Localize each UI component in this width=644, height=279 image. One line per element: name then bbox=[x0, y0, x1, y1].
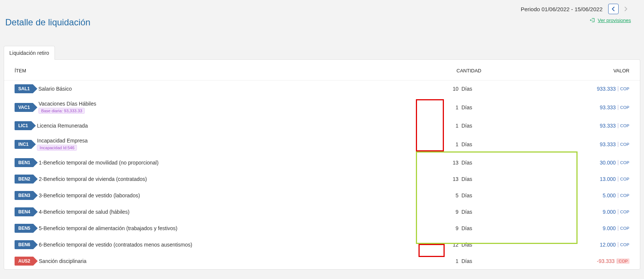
item-code-tag: SAL1 bbox=[15, 84, 33, 93]
qty-cell: 1Días bbox=[417, 123, 506, 129]
item-label: Sanción disciplinaria bbox=[39, 258, 87, 264]
table-row: BEN11-Beneficio temporal de movilidad (n… bbox=[4, 154, 640, 171]
value-amount: 13.000 bbox=[600, 176, 616, 182]
next-period-button[interactable] bbox=[620, 4, 631, 14]
item-text: Licencia Remunerada bbox=[37, 123, 88, 129]
item-label: 6-Beneficio temporal de vestido (contrat… bbox=[39, 242, 192, 248]
provisions-link-label: Ver provisiones bbox=[598, 18, 631, 23]
qty-unit: Días bbox=[461, 176, 472, 182]
item-code-tag: BEN6 bbox=[15, 240, 33, 249]
value-amount: 12.000 bbox=[600, 242, 616, 248]
item-cell: BEN22-Beneficio temporal de vivienda (co… bbox=[15, 175, 417, 184]
table-row: SAL1Salario Básico10Días933.333COP bbox=[4, 81, 640, 97]
value-cell: 93.333COP bbox=[506, 141, 629, 147]
qty-value: 13 bbox=[450, 160, 458, 166]
currency-badge: COP bbox=[618, 105, 629, 110]
currency-badge: COP bbox=[618, 242, 629, 247]
table-row: BEN33-Beneficio temporal de vestido (lab… bbox=[4, 187, 640, 204]
item-code-tag: LIC1 bbox=[15, 121, 31, 130]
item-text: 6-Beneficio temporal de vestido (contrat… bbox=[39, 242, 192, 248]
value-amount: 93.333 bbox=[600, 141, 616, 147]
qty-value: 1 bbox=[450, 123, 458, 129]
liquidation-panel: ÍTEM CANTIDAD VALOR SAL1Salario Básico10… bbox=[4, 59, 640, 270]
value-amount: 30.000 bbox=[600, 160, 616, 166]
table-row: BEN44-Beneficio temporal de salud (hábil… bbox=[4, 204, 640, 220]
value-cell: 93.333COP bbox=[506, 123, 629, 129]
qty-unit: Días bbox=[461, 160, 472, 166]
item-cell: BEN44-Beneficio temporal de salud (hábil… bbox=[15, 207, 417, 216]
qty-unit: Días bbox=[461, 192, 472, 198]
value-cell: 9.000COP bbox=[506, 225, 629, 231]
table-row: AUS2Sanción disciplinaria1Días-93.333COP bbox=[4, 253, 640, 269]
item-cell: LIC1Licencia Remunerada bbox=[15, 121, 417, 130]
table-row: LIC1Licencia Remunerada1Días93.333COP bbox=[4, 117, 640, 134]
item-code-tag: BEN4 bbox=[15, 207, 33, 216]
qty-unit: Días bbox=[461, 86, 472, 92]
currency-badge: COP bbox=[618, 160, 629, 165]
currency-badge: COP bbox=[618, 123, 629, 128]
qty-cell: 5Días bbox=[417, 192, 506, 198]
item-code-tag: BEN1 bbox=[15, 158, 33, 167]
provisions-link[interactable]: Ver provisiones bbox=[589, 17, 631, 23]
col-header-val: VALOR bbox=[506, 68, 629, 73]
currency-badge: COP bbox=[618, 142, 629, 147]
item-text: 5-Beneficio temporal de alimentación (tr… bbox=[39, 225, 177, 231]
provisions-icon bbox=[589, 17, 595, 23]
value-cell: 13.000COP bbox=[506, 176, 629, 182]
item-cell: BEN11-Beneficio temporal de movilidad (n… bbox=[15, 158, 417, 167]
item-label: 3-Beneficio temporal de vestido (laborad… bbox=[39, 192, 140, 198]
value-cell: 933.333COP bbox=[506, 86, 629, 92]
col-header-qty: CANTIDAD bbox=[417, 68, 506, 73]
table-row: INC1Incapacidad EmpresaIncapacidad Id:54… bbox=[4, 134, 640, 154]
qty-value: 10 bbox=[450, 86, 458, 92]
item-sub-badge: Base diaria: 93,333.33 bbox=[38, 108, 85, 114]
qty-value: 12 bbox=[450, 242, 458, 248]
item-text: Vacaciones Días HábilesBase diaria: 93,3… bbox=[38, 101, 96, 114]
prev-period-button[interactable] bbox=[608, 4, 619, 14]
value-cell: 9.000COP bbox=[506, 209, 629, 215]
qty-cell: 13Días bbox=[417, 176, 506, 182]
item-text: 4-Beneficio temporal de salud (hábiles) bbox=[39, 209, 130, 215]
value-amount: 93.333 bbox=[600, 104, 616, 110]
item-text: Salario Básico bbox=[38, 86, 72, 92]
item-text: 1-Beneficio temporal de movilidad (no pr… bbox=[39, 160, 159, 166]
item-code-tag: INC1 bbox=[15, 140, 31, 149]
qty-unit: Días bbox=[461, 258, 472, 264]
item-label: Licencia Remunerada bbox=[37, 123, 88, 129]
qty-unit: Días bbox=[461, 225, 472, 231]
qty-unit: Días bbox=[461, 141, 472, 147]
qty-cell: 13Días bbox=[417, 160, 506, 166]
value-cell: -93.333COP bbox=[506, 258, 629, 264]
item-text: 2-Beneficio temporal de vivienda (contra… bbox=[39, 176, 147, 182]
qty-unit: Días bbox=[461, 242, 472, 248]
item-code-tag: VAC1 bbox=[15, 103, 33, 112]
table-row: BEN66-Beneficio temporal de vestido (con… bbox=[4, 236, 640, 253]
item-sub-badge: Incapacidad Id:546 bbox=[37, 145, 77, 151]
item-label: Incapacidad Empresa bbox=[37, 138, 87, 144]
value-cell: 30.000COP bbox=[506, 160, 629, 166]
qty-cell: 12Días bbox=[417, 242, 506, 248]
item-code-tag: AUS2 bbox=[15, 257, 33, 266]
table-row: VAC1Vacaciones Días HábilesBase diaria: … bbox=[4, 97, 640, 117]
table-header: ÍTEM CANTIDAD VALOR bbox=[4, 63, 640, 81]
item-cell: INC1Incapacidad EmpresaIncapacidad Id:54… bbox=[15, 138, 417, 151]
value-amount: 933.333 bbox=[597, 86, 616, 92]
qty-unit: Días bbox=[461, 123, 472, 129]
currency-badge: COP bbox=[618, 86, 629, 91]
qty-value: 1 bbox=[450, 141, 458, 147]
qty-value: 9 bbox=[450, 209, 458, 215]
tab-liquidacion-retiro[interactable]: Liquidación retiro bbox=[4, 46, 55, 60]
qty-unit: Días bbox=[461, 104, 472, 110]
item-cell: BEN66-Beneficio temporal de vestido (con… bbox=[15, 240, 417, 249]
table-row: BEN55-Beneficio temporal de alimentación… bbox=[4, 220, 640, 236]
value-cell: 93.333COP bbox=[506, 104, 629, 110]
qty-value: 9 bbox=[450, 225, 458, 231]
item-label: 5-Beneficio temporal de alimentación (tr… bbox=[39, 225, 177, 231]
period-nav bbox=[608, 4, 631, 14]
item-text: 3-Beneficio temporal de vestido (laborad… bbox=[39, 192, 140, 198]
table-row: BEN22-Beneficio temporal de vivienda (co… bbox=[4, 171, 640, 187]
qty-value: 5 bbox=[450, 192, 458, 198]
qty-unit: Días bbox=[461, 209, 472, 215]
qty-value: 13 bbox=[450, 176, 458, 182]
qty-cell: 1Días bbox=[417, 141, 506, 147]
